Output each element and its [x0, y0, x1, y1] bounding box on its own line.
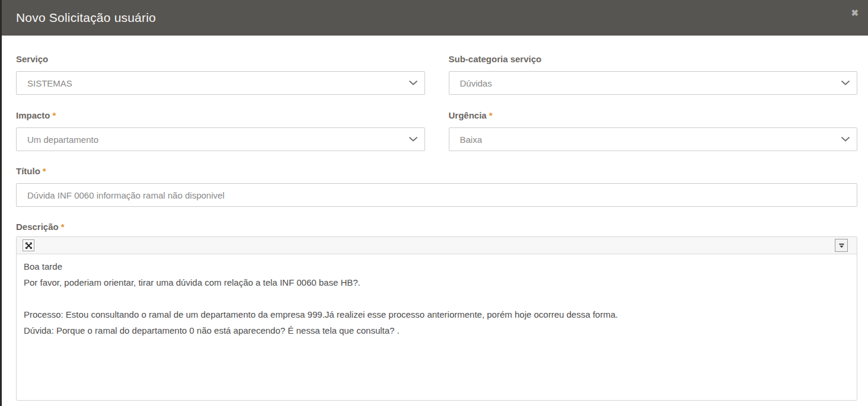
chevron-down-icon: [841, 137, 850, 142]
modal-body: Serviço SISTEMAS Sub-categoria serviço D…: [0, 53, 868, 401]
modal-header: Novo Solicitação usuário ✖: [0, 0, 868, 36]
descricao-label: Descrição*: [16, 221, 857, 233]
new-request-modal: Novo Solicitação usuário ✖ Serviço SISTE…: [0, 0, 868, 406]
servico-label: Serviço: [16, 53, 425, 65]
field-descricao: Descrição*: [16, 221, 857, 401]
sub-categoria-label: Sub-categoria serviço: [449, 53, 858, 65]
urgencia-select[interactable]: Baixa: [449, 127, 858, 151]
form-row-service: Serviço SISTEMAS Sub-categoria serviço D…: [16, 53, 857, 95]
urgencia-selected-value: Baixa: [460, 135, 483, 145]
descricao-label-text: Descrição: [16, 222, 59, 232]
modal-title: Novo Solicitação usuário: [16, 11, 156, 25]
servico-select[interactable]: SISTEMAS: [16, 71, 425, 95]
required-asterisk: *: [61, 222, 65, 232]
required-asterisk: *: [43, 166, 46, 176]
impacto-label-text: Impacto: [16, 110, 50, 120]
titulo-label-text: Título: [16, 166, 40, 176]
editor-toolbar: [17, 237, 857, 254]
description-line: [24, 290, 850, 306]
titulo-label: Título*: [16, 165, 857, 177]
descricao-content[interactable]: Boa tarde Por favor, poderiam orientar, …: [17, 254, 857, 400]
descricao-editor: Boa tarde Por favor, poderiam orientar, …: [16, 236, 857, 401]
backdrop-edge: [0, 0, 2, 406]
field-sub-categoria: Sub-categoria serviço Dúvidas: [449, 53, 858, 95]
toolbar-dropdown-button[interactable]: [835, 239, 848, 252]
close-icon[interactable]: ✖: [848, 6, 861, 20]
sub-categoria-select[interactable]: Dúvidas: [449, 71, 858, 95]
description-line: Processo: Estou consultando o ramal de u…: [24, 306, 850, 322]
impacto-selected-value: Um departamento: [27, 135, 98, 145]
description-line: Boa tarde: [24, 258, 850, 274]
required-asterisk: *: [53, 110, 56, 120]
form-row-impact-urgency: Impacto* Um departamento Urgência* Baixa: [16, 110, 857, 151]
impacto-label: Impacto*: [16, 110, 425, 122]
required-asterisk: *: [489, 110, 493, 120]
broken-image-icon[interactable]: [23, 239, 34, 251]
field-urgencia: Urgência* Baixa: [449, 110, 858, 151]
description-line: Por favor, poderiam orientar, tirar uma …: [24, 274, 850, 290]
field-servico: Serviço SISTEMAS: [16, 53, 425, 95]
titulo-input[interactable]: [16, 183, 857, 207]
description-line: Dúvida: Porque o ramal do departamento 0…: [24, 322, 850, 338]
sub-categoria-label-text: Sub-categoria serviço: [449, 54, 542, 64]
impacto-select[interactable]: Um departamento: [16, 127, 425, 151]
field-titulo: Título*: [16, 165, 857, 207]
chevron-down-icon: [409, 81, 417, 85]
chevron-down-icon: [841, 81, 850, 85]
sub-categoria-selected-value: Dúvidas: [460, 78, 492, 88]
urgencia-label-text: Urgência: [449, 110, 487, 120]
chevron-down-icon: [409, 137, 417, 142]
field-impacto: Impacto* Um departamento: [16, 110, 425, 151]
servico-label-text: Serviço: [16, 54, 48, 64]
servico-selected-value: SISTEMAS: [27, 78, 72, 88]
urgencia-label: Urgência*: [449, 110, 858, 122]
